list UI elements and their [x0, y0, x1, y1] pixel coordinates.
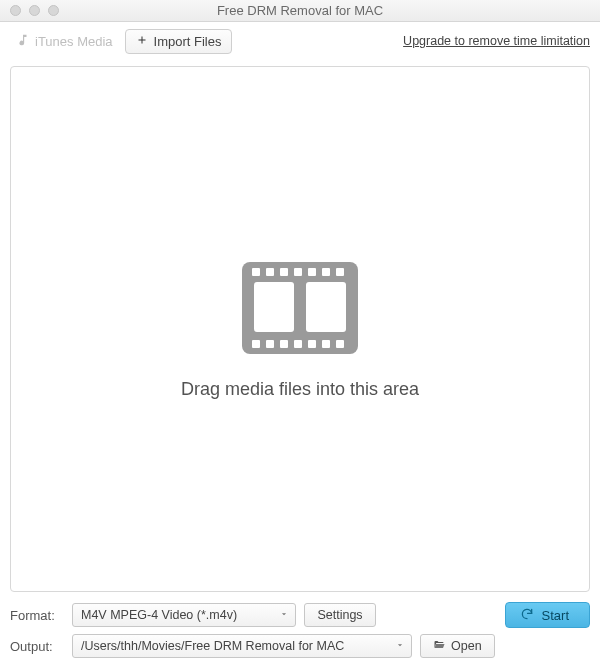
toolbar: iTunes Media Import Files Upgrade to rem…	[0, 22, 600, 60]
format-row: Format: M4V MPEG-4 Video (*.m4v) Setting…	[10, 602, 590, 628]
svg-rect-8	[322, 268, 330, 276]
format-select[interactable]: M4V MPEG-4 Video (*.m4v)	[72, 603, 296, 627]
drop-hint: Drag media files into this area	[181, 379, 419, 400]
svg-rect-7	[308, 268, 316, 276]
import-files-button[interactable]: Import Files	[125, 29, 233, 54]
folder-open-icon	[433, 639, 445, 654]
svg-rect-14	[308, 340, 316, 348]
svg-rect-6	[294, 268, 302, 276]
output-row: Output: /Users/thh/Movies/Free DRM Remov…	[10, 634, 590, 658]
chevron-down-icon	[395, 639, 405, 653]
svg-rect-4	[266, 268, 274, 276]
svg-rect-5	[280, 268, 288, 276]
chevron-down-icon	[279, 608, 289, 622]
plus-icon	[136, 34, 148, 49]
drop-area[interactable]: Drag media files into this area	[10, 66, 590, 592]
output-select[interactable]: /Users/thh/Movies/Free DRM Removal for M…	[72, 634, 412, 658]
svg-rect-3	[252, 268, 260, 276]
format-label: Format:	[10, 608, 64, 623]
svg-rect-13	[294, 340, 302, 348]
svg-rect-1	[254, 282, 294, 332]
itunes-media-button[interactable]: iTunes Media	[10, 29, 119, 54]
svg-rect-16	[336, 340, 344, 348]
settings-label: Settings	[317, 608, 362, 622]
music-note-icon	[16, 33, 30, 50]
import-files-label: Import Files	[154, 34, 222, 49]
itunes-media-label: iTunes Media	[35, 34, 113, 49]
window-title: Free DRM Removal for MAC	[0, 3, 600, 18]
svg-rect-2	[306, 282, 346, 332]
output-value: /Users/thh/Movies/Free DRM Removal for M…	[81, 639, 344, 653]
titlebar: Free DRM Removal for MAC	[0, 0, 600, 22]
start-label: Start	[542, 608, 569, 623]
svg-rect-10	[252, 340, 260, 348]
svg-rect-11	[266, 340, 274, 348]
upgrade-link[interactable]: Upgrade to remove time limitation	[403, 34, 590, 48]
refresh-icon	[520, 607, 534, 624]
filmstrip-icon	[240, 258, 360, 361]
settings-button[interactable]: Settings	[304, 603, 375, 627]
format-value: M4V MPEG-4 Video (*.m4v)	[81, 608, 237, 622]
svg-rect-15	[322, 340, 330, 348]
start-button[interactable]: Start	[505, 602, 590, 628]
open-button[interactable]: Open	[420, 634, 495, 658]
svg-rect-9	[336, 268, 344, 276]
open-label: Open	[451, 639, 482, 653]
svg-rect-12	[280, 340, 288, 348]
bottom-bar: Format: M4V MPEG-4 Video (*.m4v) Setting…	[0, 600, 600, 662]
output-label: Output:	[10, 639, 64, 654]
